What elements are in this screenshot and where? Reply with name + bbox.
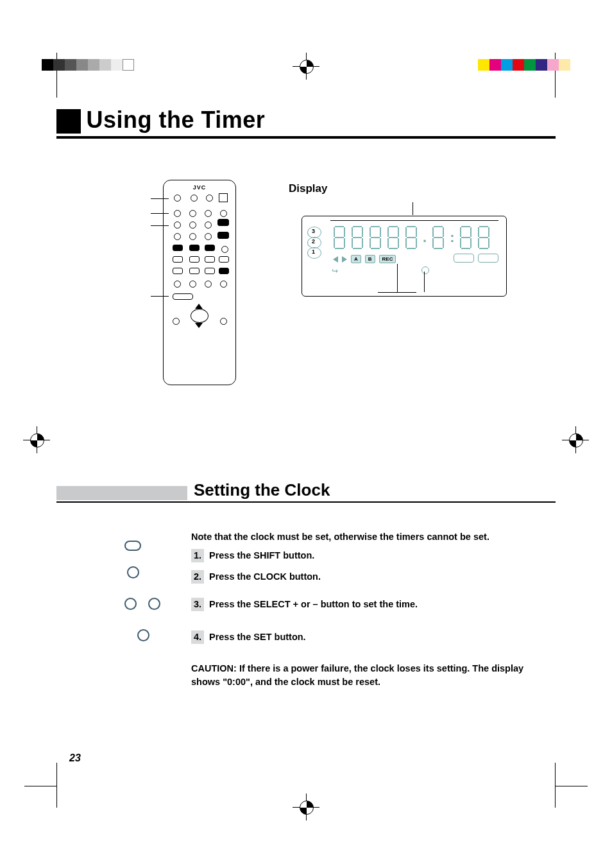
registration-target-right xyxy=(567,431,584,448)
seven-segment-digit xyxy=(387,225,400,250)
seven-segment-row: . : xyxy=(333,225,490,250)
registration-target-bottom xyxy=(298,799,314,815)
step-4: 4. Press the SET button. xyxy=(191,630,525,644)
step-2: 2. Press the CLOCK button. xyxy=(191,570,525,584)
seven-segment-digit xyxy=(333,225,346,250)
remote-leader-line xyxy=(151,296,169,297)
remote-brand: JVC xyxy=(164,184,235,191)
caution-block: CAUTION: If there is a power failure, th… xyxy=(191,662,525,689)
main-heading: Using the Timer xyxy=(56,107,556,139)
step-number: 3. xyxy=(191,598,204,611)
indicator-row: A B REC xyxy=(333,255,396,263)
display-label: Display xyxy=(289,182,327,195)
remote-leader-line xyxy=(151,213,169,214)
clock-button-icon xyxy=(127,566,139,578)
indicator-rec: REC xyxy=(379,255,396,263)
content-body: Note that the clock must be set, otherwi… xyxy=(191,530,525,689)
triangle-left-icon xyxy=(333,256,338,263)
page-number: 23 xyxy=(69,752,81,764)
section-rule xyxy=(56,501,556,503)
heading-rule xyxy=(56,136,556,139)
colorbar-right xyxy=(478,59,570,71)
step-1: 1. Press the SHIFT button. xyxy=(191,549,525,562)
remote-dpad xyxy=(188,305,210,327)
indicator-a: A xyxy=(351,255,361,263)
caution-label: CAUTION: xyxy=(191,663,237,673)
display-pointer-top xyxy=(412,202,413,215)
section-marker-box xyxy=(56,486,187,500)
step-text: Press the SELECT + or – button to set th… xyxy=(209,599,418,609)
step-number: 4. xyxy=(191,630,204,644)
button-icon-column xyxy=(124,541,160,641)
crop-right xyxy=(530,53,556,258)
display-panel-illustration: 3 2 1 . : A B REC ↪ xyxy=(302,216,507,297)
set-button-icon xyxy=(137,629,149,641)
step-text: Press the SET button. xyxy=(209,632,306,642)
registration-target-left xyxy=(28,431,45,448)
shift-button-icon xyxy=(124,541,141,551)
step-number: 1. xyxy=(191,549,204,562)
segment-separator-colon: : xyxy=(450,230,454,245)
disc-number: 2 xyxy=(312,238,315,245)
disc-number: 1 xyxy=(312,248,315,255)
step-text: Press the CLOCK button. xyxy=(209,571,321,582)
note-text: Note that the clock must be set, otherwi… xyxy=(191,530,525,544)
caution-text: If there is a power failure, the clock l… xyxy=(191,663,523,687)
disc-number: 3 xyxy=(312,228,315,234)
section-title: Setting the Clock xyxy=(194,480,330,500)
remote-leader-line xyxy=(151,198,169,199)
select-plus-button-icon xyxy=(148,598,160,610)
clock-icon xyxy=(421,266,429,274)
pointer-line-h xyxy=(378,292,416,293)
seven-segment-digit xyxy=(351,225,364,250)
pointer-line xyxy=(424,272,425,292)
remote-leader-line xyxy=(151,225,169,226)
step-text: Press the SHIFT button. xyxy=(209,550,314,560)
seven-segment-digit xyxy=(405,225,418,250)
bar-indicators xyxy=(454,254,498,263)
repeat-icon: ↪ xyxy=(332,266,338,275)
display-bracket-top xyxy=(330,220,498,221)
seven-segment-digit xyxy=(432,225,445,250)
remote-illustration: JVC xyxy=(163,180,236,385)
indicator-b: B xyxy=(365,255,375,263)
section-heading: Setting the Clock xyxy=(56,480,556,503)
seven-segment-digit xyxy=(477,225,490,250)
registration-target-top xyxy=(298,58,314,74)
colorbar-left xyxy=(42,59,134,71)
seven-segment-digit xyxy=(369,225,382,250)
seven-segment-digit xyxy=(459,225,472,250)
pointer-line xyxy=(397,264,398,292)
select-minus-button-icon xyxy=(124,598,137,610)
step-3: 3. Press the SELECT + or – button to set… xyxy=(191,598,525,611)
triangle-right-icon xyxy=(342,256,347,263)
heading-marker-box xyxy=(56,109,81,134)
disc-indicator-stack: 3 2 1 xyxy=(307,227,328,257)
page: Using the Timer Display JVC xyxy=(0,0,612,868)
segment-separator-dot: . xyxy=(423,230,427,245)
step-number: 2. xyxy=(191,570,204,584)
page-title: Using the Timer xyxy=(86,107,265,134)
crop-left xyxy=(56,53,82,258)
